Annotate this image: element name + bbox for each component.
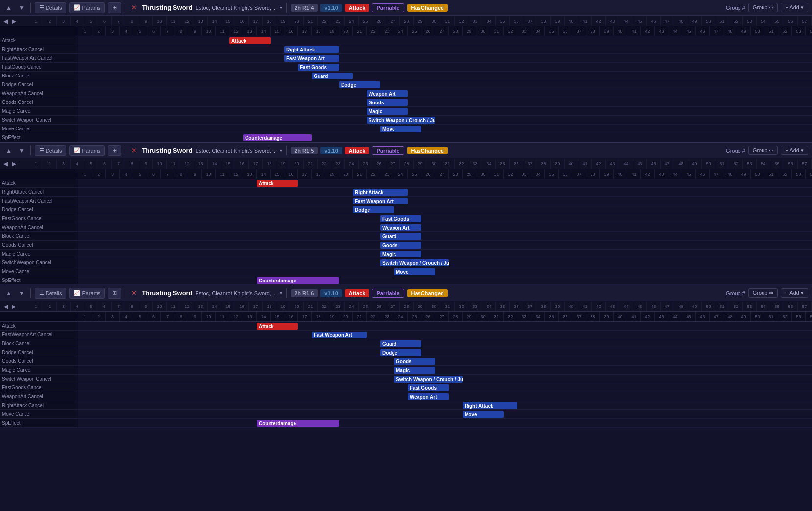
nav-left-btn[interactable]: ◀ [2,160,9,167]
timeline-bar[interactable]: Guard [380,340,421,347]
details-tab[interactable]: ☰ Details [35,288,67,299]
grid-ruler-num: 27 [435,312,449,321]
nav-right-btn[interactable]: ▶ [10,160,18,167]
timeline-bar[interactable]: Right Attack [284,46,339,53]
timeline-bar[interactable]: Attack [229,37,271,44]
timeline-bar[interactable]: Move [394,268,435,275]
timeline-bar[interactable]: Right Attack [353,189,408,196]
grid-ruler-num: 19 [325,26,339,36]
timeline-bar[interactable]: Move [380,126,421,132]
details-tab[interactable]: ☰ Details [35,2,67,13]
timeline-bar[interactable]: Fast Goods [298,64,339,71]
grid-area: 1234567891011121314151617181920212223242… [78,26,812,142]
close-btn[interactable]: ✕ [129,4,139,11]
attack-badge[interactable]: Attack [345,289,369,297]
grid-rows: AttackFast Weapon ArtGuardDodgeGoodsMagi… [78,322,812,428]
timeline-bar[interactable]: Dodge [339,81,380,88]
details-tab[interactable]: ☰ Details [35,145,67,156]
timeline-bar[interactable]: Guard [312,73,353,79]
params-tab[interactable]: 📈 Params [69,288,105,299]
timeline-bar[interactable]: Magic [367,108,408,115]
dropdown-icon[interactable]: ▾ [280,290,282,296]
timeline-bar[interactable]: Right Attack [463,402,517,409]
timeline-bar[interactable]: Magic [380,251,421,257]
timeline-bar[interactable]: Fast Weapon Art [353,198,408,204]
timeline-bar[interactable]: Magic [394,367,435,374]
round-badge: 2h R1 6 [291,289,318,297]
grid-ruler-num: 16 [284,312,298,321]
timeline-bar[interactable]: Goods [394,358,435,365]
timeline-bar[interactable]: Attack [257,323,298,330]
params-label: Params [82,5,100,11]
nav-left-btn[interactable]: ◀ [2,18,9,25]
timeline-bar[interactable]: Dodge [353,206,394,213]
parriable-badge[interactable]: Parriable [372,3,404,12]
ruler-number: 31 [441,302,455,311]
params-tab[interactable]: 📈 Params [69,2,105,13]
timeline-bar[interactable]: Dodge [380,349,421,356]
timeline-bar[interactable]: Move [463,411,504,418]
collapse-up-btn[interactable]: ▲ [4,146,14,155]
nav-right-btn[interactable]: ▶ [10,303,18,310]
ruler-number: 50 [702,159,715,169]
timeline-bar[interactable]: Fast Goods [380,215,421,222]
collapse-up-btn[interactable]: ▲ [4,3,14,12]
timeline-bar[interactable]: Switch Weapon / Crouch / Jump [394,376,463,383]
close-btn[interactable]: ✕ [129,289,139,297]
timeline-bar[interactable]: Guard [380,233,421,240]
grid-ruler-num: 19 [325,169,339,179]
timeline-bar[interactable]: Counterdamage [257,277,339,284]
add-btn[interactable]: + Add ▾ [781,3,808,12]
timeline-bar[interactable]: Goods [367,99,408,106]
timeline-bar[interactable]: Switch Weapon / Crouch / Jump [367,117,435,124]
ruler-number: 29 [414,159,427,169]
grid-tab[interactable]: ⊞ [108,2,121,13]
collapse-down-btn[interactable]: ▼ [17,146,26,155]
grid-tab[interactable]: ⊞ [108,145,121,156]
grid-ruler-num: 24 [394,312,408,321]
collapse-down-btn[interactable]: ▼ [17,3,26,12]
ruler-number: 10 [153,302,167,311]
timeline-bar[interactable]: Counterdamage [243,134,312,141]
dropdown-icon[interactable]: ▾ [280,148,282,153]
ruler-number: 17 [249,16,263,26]
collapse-up-btn[interactable]: ▲ [4,289,14,298]
panel-2: ▲ ▼ ☰ Details 📈 Params ⊞ ✕ Thrusting Swo… [0,143,812,285]
grid-tab[interactable]: ⊞ [108,288,121,299]
timeline-bar[interactable]: Weapon Art [367,90,408,97]
nav-left-btn[interactable]: ◀ [2,303,9,310]
ruler-number: 33 [468,159,482,169]
params-tab[interactable]: 📈 Params [69,145,105,156]
grid-ruler-num: 48 [723,312,737,321]
grid-row: Switch Weapon / Crouch / Jump [78,258,812,267]
timeline-bar[interactable]: Goods [380,242,421,249]
weapon-subtitle: Estoc, Cleanrot Knight's Sword, ... [196,5,277,11]
dropdown-icon[interactable]: ▾ [280,5,282,10]
group-btn[interactable]: Group ⇔ [748,288,778,298]
timeline-bar[interactable]: Weapon Art [380,224,421,231]
attack-badge[interactable]: Attack [345,4,369,12]
grid-row: Move [78,410,812,419]
timeline-bar[interactable]: Fast Weapon Art [284,55,339,62]
parriable-badge[interactable]: Parriable [372,146,404,155]
add-btn[interactable]: + Add ▾ [781,146,808,155]
attack-badge[interactable]: Attack [345,147,369,154]
collapse-down-btn[interactable]: ▼ [17,289,26,298]
ruler-number: 54 [757,159,770,169]
add-btn[interactable]: + Add ▾ [781,288,808,298]
timeline-bar[interactable]: Weapon Art [408,393,449,400]
timeline-bar[interactable]: Fast Goods [408,384,449,391]
nav-right-btn[interactable]: ▶ [10,18,18,25]
group-btn[interactable]: Group ⇔ [748,3,778,12]
group-btn[interactable]: Group ⇔ [748,146,778,155]
panel-content: AttackFastWeaponArt CancelBlock CancelDo… [0,312,812,428]
timeline-bar[interactable]: Switch Weapon / Crouch / Jump [380,259,449,266]
timeline-bar[interactable]: Attack [257,180,298,187]
timeline-bar[interactable]: Fast Weapon Art [312,332,367,338]
ruler-number: 56 [784,16,798,26]
grid-ruler-num: 26 [421,26,435,36]
parriable-badge[interactable]: Parriable [372,289,404,298]
close-btn[interactable]: ✕ [129,147,139,154]
header-sep [30,288,31,298]
timeline-bar[interactable]: Counterdamage [257,420,339,427]
